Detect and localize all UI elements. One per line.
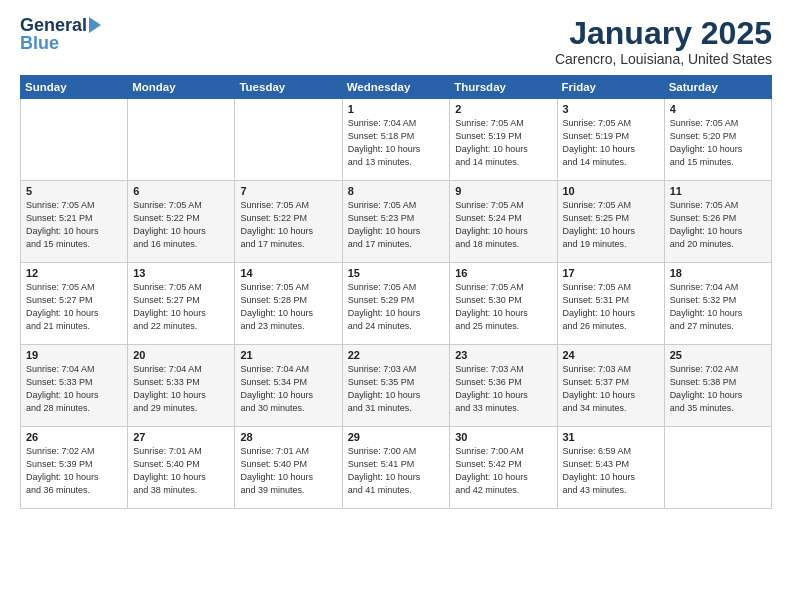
- calendar-table: Sunday Monday Tuesday Wednesday Thursday…: [20, 75, 772, 509]
- day-cell-1-6: 11Sunrise: 7:05 AM Sunset: 5:26 PM Dayli…: [664, 181, 771, 263]
- day-number: 17: [563, 267, 659, 279]
- col-tuesday: Tuesday: [235, 76, 342, 99]
- day-cell-0-0: [21, 99, 128, 181]
- location-subtitle: Carencro, Louisiana, United States: [555, 51, 772, 67]
- col-friday: Friday: [557, 76, 664, 99]
- day-cell-0-6: 4Sunrise: 7:05 AM Sunset: 5:20 PM Daylig…: [664, 99, 771, 181]
- month-title: January 2025: [555, 16, 772, 51]
- day-number: 2: [455, 103, 551, 115]
- day-number: 23: [455, 349, 551, 361]
- day-cell-1-1: 6Sunrise: 7:05 AM Sunset: 5:22 PM Daylig…: [128, 181, 235, 263]
- day-info: Sunrise: 7:05 AM Sunset: 5:24 PM Dayligh…: [455, 199, 551, 251]
- day-info: Sunrise: 7:05 AM Sunset: 5:23 PM Dayligh…: [348, 199, 445, 251]
- day-info: Sunrise: 7:05 AM Sunset: 5:31 PM Dayligh…: [563, 281, 659, 333]
- day-cell-2-3: 15Sunrise: 7:05 AM Sunset: 5:29 PM Dayli…: [342, 263, 450, 345]
- logo-blue-text: Blue: [20, 34, 59, 52]
- day-info: Sunrise: 7:04 AM Sunset: 5:32 PM Dayligh…: [670, 281, 766, 333]
- day-info: Sunrise: 7:04 AM Sunset: 5:33 PM Dayligh…: [26, 363, 122, 415]
- day-cell-4-3: 29Sunrise: 7:00 AM Sunset: 5:41 PM Dayli…: [342, 427, 450, 509]
- title-block: January 2025 Carencro, Louisiana, United…: [555, 16, 772, 67]
- day-info: Sunrise: 7:02 AM Sunset: 5:39 PM Dayligh…: [26, 445, 122, 497]
- week-row-4: 19Sunrise: 7:04 AM Sunset: 5:33 PM Dayli…: [21, 345, 772, 427]
- day-cell-1-4: 9Sunrise: 7:05 AM Sunset: 5:24 PM Daylig…: [450, 181, 557, 263]
- day-number: 26: [26, 431, 122, 443]
- day-info: Sunrise: 7:05 AM Sunset: 5:29 PM Dayligh…: [348, 281, 445, 333]
- logo: General Blue: [20, 16, 101, 52]
- week-row-3: 12Sunrise: 7:05 AM Sunset: 5:27 PM Dayli…: [21, 263, 772, 345]
- day-number: 25: [670, 349, 766, 361]
- day-info: Sunrise: 7:00 AM Sunset: 5:42 PM Dayligh…: [455, 445, 551, 497]
- day-number: 1: [348, 103, 445, 115]
- day-number: 14: [240, 267, 336, 279]
- day-number: 22: [348, 349, 445, 361]
- day-cell-2-6: 18Sunrise: 7:04 AM Sunset: 5:32 PM Dayli…: [664, 263, 771, 345]
- day-cell-2-4: 16Sunrise: 7:05 AM Sunset: 5:30 PM Dayli…: [450, 263, 557, 345]
- day-cell-1-3: 8Sunrise: 7:05 AM Sunset: 5:23 PM Daylig…: [342, 181, 450, 263]
- day-cell-0-4: 2Sunrise: 7:05 AM Sunset: 5:19 PM Daylig…: [450, 99, 557, 181]
- day-number: 31: [563, 431, 659, 443]
- day-number: 27: [133, 431, 229, 443]
- day-info: Sunrise: 7:05 AM Sunset: 5:27 PM Dayligh…: [26, 281, 122, 333]
- day-number: 19: [26, 349, 122, 361]
- day-number: 20: [133, 349, 229, 361]
- day-info: Sunrise: 7:05 AM Sunset: 5:25 PM Dayligh…: [563, 199, 659, 251]
- day-number: 29: [348, 431, 445, 443]
- day-number: 30: [455, 431, 551, 443]
- header: General Blue January 2025 Carencro, Loui…: [20, 16, 772, 67]
- day-cell-3-2: 21Sunrise: 7:04 AM Sunset: 5:34 PM Dayli…: [235, 345, 342, 427]
- day-info: Sunrise: 7:02 AM Sunset: 5:38 PM Dayligh…: [670, 363, 766, 415]
- day-cell-0-5: 3Sunrise: 7:05 AM Sunset: 5:19 PM Daylig…: [557, 99, 664, 181]
- day-cell-0-1: [128, 99, 235, 181]
- day-info: Sunrise: 7:05 AM Sunset: 5:21 PM Dayligh…: [26, 199, 122, 251]
- day-cell-3-1: 20Sunrise: 7:04 AM Sunset: 5:33 PM Dayli…: [128, 345, 235, 427]
- day-info: Sunrise: 7:05 AM Sunset: 5:28 PM Dayligh…: [240, 281, 336, 333]
- day-cell-0-2: [235, 99, 342, 181]
- day-number: 15: [348, 267, 445, 279]
- day-info: Sunrise: 7:04 AM Sunset: 5:34 PM Dayligh…: [240, 363, 336, 415]
- day-cell-4-2: 28Sunrise: 7:01 AM Sunset: 5:40 PM Dayli…: [235, 427, 342, 509]
- col-thursday: Thursday: [450, 76, 557, 99]
- day-cell-2-5: 17Sunrise: 7:05 AM Sunset: 5:31 PM Dayli…: [557, 263, 664, 345]
- day-info: Sunrise: 7:04 AM Sunset: 5:33 PM Dayligh…: [133, 363, 229, 415]
- day-number: 11: [670, 185, 766, 197]
- day-number: 7: [240, 185, 336, 197]
- calendar-header-row: Sunday Monday Tuesday Wednesday Thursday…: [21, 76, 772, 99]
- day-info: Sunrise: 7:05 AM Sunset: 5:22 PM Dayligh…: [240, 199, 336, 251]
- day-cell-3-3: 22Sunrise: 7:03 AM Sunset: 5:35 PM Dayli…: [342, 345, 450, 427]
- day-number: 16: [455, 267, 551, 279]
- day-cell-2-2: 14Sunrise: 7:05 AM Sunset: 5:28 PM Dayli…: [235, 263, 342, 345]
- day-number: 13: [133, 267, 229, 279]
- day-cell-2-1: 13Sunrise: 7:05 AM Sunset: 5:27 PM Dayli…: [128, 263, 235, 345]
- day-number: 28: [240, 431, 336, 443]
- day-info: Sunrise: 7:05 AM Sunset: 5:30 PM Dayligh…: [455, 281, 551, 333]
- week-row-1: 1Sunrise: 7:04 AM Sunset: 5:18 PM Daylig…: [21, 99, 772, 181]
- day-number: 8: [348, 185, 445, 197]
- day-cell-3-5: 24Sunrise: 7:03 AM Sunset: 5:37 PM Dayli…: [557, 345, 664, 427]
- col-sunday: Sunday: [21, 76, 128, 99]
- day-cell-4-5: 31Sunrise: 6:59 AM Sunset: 5:43 PM Dayli…: [557, 427, 664, 509]
- day-number: 6: [133, 185, 229, 197]
- day-cell-0-3: 1Sunrise: 7:04 AM Sunset: 5:18 PM Daylig…: [342, 99, 450, 181]
- day-info: Sunrise: 7:01 AM Sunset: 5:40 PM Dayligh…: [133, 445, 229, 497]
- day-info: Sunrise: 7:03 AM Sunset: 5:37 PM Dayligh…: [563, 363, 659, 415]
- week-row-5: 26Sunrise: 7:02 AM Sunset: 5:39 PM Dayli…: [21, 427, 772, 509]
- day-cell-4-1: 27Sunrise: 7:01 AM Sunset: 5:40 PM Dayli…: [128, 427, 235, 509]
- day-number: 21: [240, 349, 336, 361]
- week-row-2: 5Sunrise: 7:05 AM Sunset: 5:21 PM Daylig…: [21, 181, 772, 263]
- day-cell-3-0: 19Sunrise: 7:04 AM Sunset: 5:33 PM Dayli…: [21, 345, 128, 427]
- day-number: 3: [563, 103, 659, 115]
- day-cell-3-6: 25Sunrise: 7:02 AM Sunset: 5:38 PM Dayli…: [664, 345, 771, 427]
- day-number: 4: [670, 103, 766, 115]
- day-cell-4-0: 26Sunrise: 7:02 AM Sunset: 5:39 PM Dayli…: [21, 427, 128, 509]
- day-number: 10: [563, 185, 659, 197]
- day-number: 9: [455, 185, 551, 197]
- day-info: Sunrise: 7:01 AM Sunset: 5:40 PM Dayligh…: [240, 445, 336, 497]
- day-cell-4-4: 30Sunrise: 7:00 AM Sunset: 5:42 PM Dayli…: [450, 427, 557, 509]
- day-cell-1-2: 7Sunrise: 7:05 AM Sunset: 5:22 PM Daylig…: [235, 181, 342, 263]
- day-info: Sunrise: 6:59 AM Sunset: 5:43 PM Dayligh…: [563, 445, 659, 497]
- day-info: Sunrise: 7:05 AM Sunset: 5:26 PM Dayligh…: [670, 199, 766, 251]
- page: General Blue January 2025 Carencro, Loui…: [0, 0, 792, 612]
- day-number: 12: [26, 267, 122, 279]
- day-info: Sunrise: 7:05 AM Sunset: 5:20 PM Dayligh…: [670, 117, 766, 169]
- logo-arrow-icon: [89, 17, 101, 33]
